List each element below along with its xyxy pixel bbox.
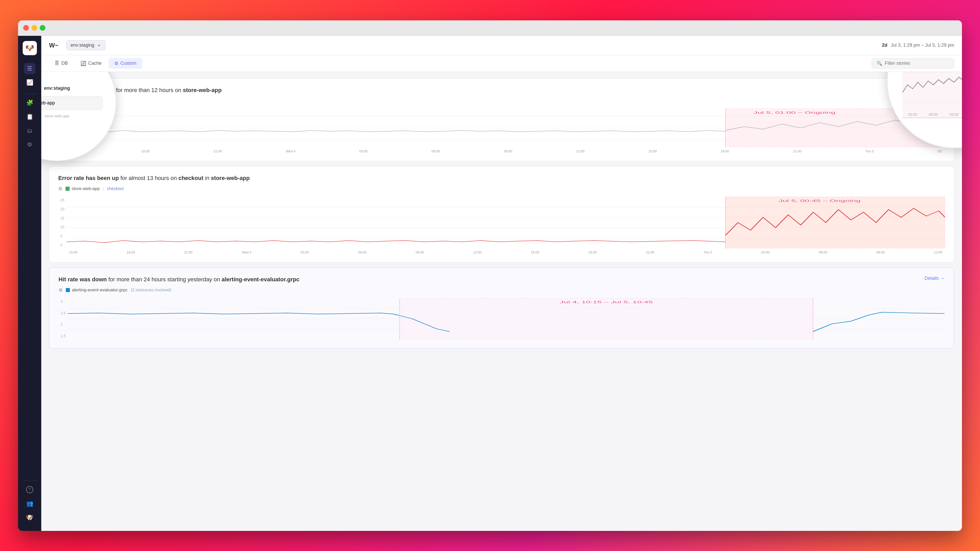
story-settings-icon-hitrate[interactable]: ⚙ — [59, 287, 63, 293]
chart-inner-error: Jul 5, 00:45 – Ongoing 15:00 18:00 21:00… — [67, 197, 945, 254]
chart-area-latency: 20 15 0 — [58, 108, 945, 153]
y-label-2.5: 2.5 — [60, 311, 65, 315]
svg-text:Jul 4, 10:15 – Jul 5, 10:45: Jul 4, 10:15 – Jul 5, 10:45 — [560, 300, 653, 304]
sidebar-item-settings[interactable]: ⚙ — [24, 139, 35, 150]
story-meta-hitrate: ⚙ alerting-event-evaluator.grpc (2 resou… — [59, 287, 945, 293]
y-label-2: 2 — [60, 322, 65, 326]
chart-icon: 📈 — [26, 79, 33, 86]
sidebar-item-puzzle[interactable]: 🧩 — [24, 97, 35, 108]
svg-text:06:00: 06:00 — [929, 113, 938, 116]
story-title-latency: Latency has been up for more than 12 hou… — [58, 86, 945, 94]
x-label: 21:00 — [793, 149, 802, 153]
svg-text:Jul 5, 00:45 – Ongoing: Jul 5, 00:45 – Ongoing — [778, 199, 860, 203]
x-label: 03:00 — [359, 149, 368, 153]
minimize-button[interactable] — [32, 25, 37, 31]
story-meta-latency: ⚙ store-web-app — [58, 98, 945, 103]
chart-inner-latency: Jul 5, 01:00 – Ongoing 15:00 18:00 21:00… — [67, 108, 945, 153]
sidebar-item-users[interactable]: 👥 — [24, 498, 35, 509]
zoom-title: env:staging — [44, 86, 70, 91]
db-icon: 🗄 — [55, 60, 59, 66]
story-card-latency: env:staging store-web-app store-web-app — [49, 78, 954, 161]
tab-db[interactable]: 🗄 DB — [49, 58, 73, 68]
details-link[interactable]: Details → — [924, 276, 945, 281]
chart-svg-error: Jul 5, 00:45 – Ongoing — [67, 197, 945, 248]
y-label-1.5: 1.5 — [60, 334, 65, 338]
time-duration: 2d — [882, 43, 888, 48]
maximize-button[interactable] — [40, 25, 45, 31]
chart-x-labels-error: 15:00 18:00 21:00 Wed 4 03:00 06:00 09:0… — [67, 250, 945, 254]
x-label-e13: 03:00 — [761, 250, 770, 254]
x-label-e1: 15:00 — [69, 250, 78, 254]
x-label-e9: 15:00 — [531, 250, 539, 254]
service-badge-hitrate: alerting-event-evaluator.grpc (2 resourc… — [66, 287, 171, 293]
app-logo[interactable]: 🐶 — [23, 41, 37, 55]
x-label: 09:00 — [504, 149, 512, 153]
sidebar-item-stories[interactable]: ☰ — [24, 63, 35, 74]
x-label: Thu 5 — [865, 149, 874, 153]
sidebar-divider-2 — [23, 481, 37, 481]
layers-icon: 🗂 — [27, 127, 32, 134]
story-service-name: store-web-app — [183, 87, 221, 93]
close-button[interactable] — [23, 25, 29, 31]
service-dot-error — [65, 187, 70, 191]
sidebar-item-help[interactable]: ? — [24, 484, 35, 495]
story-settings-icon-error[interactable]: ⚙ — [58, 186, 62, 192]
sidebar-item-list[interactable]: 📋 — [24, 111, 35, 122]
tab-cache-label: Cache — [88, 60, 102, 66]
nav-tabs: 🗄 DB 🔄 Cache ⚙ Custom 🔍 — [41, 55, 962, 72]
zoom-hint: store-web-app — [45, 114, 69, 118]
y-label-10: 10 — [60, 225, 64, 229]
chart-inner-hitrate: Jul 4, 10:15 – Jul 5, 10:45 — [68, 298, 945, 340]
y-axis-error: 25 20 15 10 5 0 — [58, 197, 67, 248]
time-range: 2d Jul 3, 1:29 pm – Jul 5, 1:29 pm — [882, 43, 954, 48]
time-range-label: Jul 3, 1:29 pm – Jul 5, 1:29 pm — [891, 43, 954, 48]
top-bar: W~ env:staging 2d Jul 3, 1:29 pm – Jul 5… — [41, 36, 962, 55]
y-label-15: 15 — [60, 216, 64, 220]
sidebar-item-chart[interactable]: 📈 — [24, 77, 35, 88]
chart-svg-latency: Jul 5, 01:00 – Ongoing — [67, 108, 945, 147]
sidebar-item-layers[interactable]: 🗂 — [24, 125, 35, 137]
x-label: 06:00 — [432, 149, 440, 153]
y-label-3: 3 — [60, 299, 65, 303]
x-label-e6: 06:00 — [358, 250, 366, 254]
x-label: 03: — [938, 149, 942, 153]
custom-icon: ⚙ — [114, 60, 118, 66]
service-label-hitrate: alerting-event-evaluator.grpc — [72, 287, 127, 293]
y-label-20: 20 — [60, 207, 64, 211]
story-title-normal: for more than 12 hours on — [116, 87, 183, 93]
logo-icon: 🐶 — [25, 44, 34, 52]
x-label-e5: 03:00 — [301, 250, 309, 254]
env-dropdown-label: env:staging — [71, 43, 94, 48]
tab-db-label: DB — [61, 60, 68, 66]
sidebar: 🐶 ☰ 📈 🧩 📋 🗂 ⚙ ? — [18, 36, 41, 531]
x-label-e15: 09:00 — [876, 250, 885, 254]
x-label-e16: 12:00 — [934, 250, 942, 254]
env-dropdown[interactable]: env:staging — [66, 40, 105, 50]
svg-text:Jul 5, 01:00 – Ongoing: Jul 5, 01:00 – Ongoing — [753, 111, 835, 114]
x-label: Wed 4 — [286, 149, 295, 153]
search-box: 🔍 — [872, 58, 954, 68]
tab-custom[interactable]: ⚙ Custom — [108, 58, 142, 69]
puzzle-icon: 🧩 — [26, 100, 33, 106]
story-card-error: Error rate has been up for almost 13 hou… — [49, 166, 954, 262]
search-input[interactable] — [885, 60, 949, 66]
story-title-error: Error rate has been up for almost 13 hou… — [58, 174, 945, 182]
span-badge-error: checkout — [107, 186, 124, 191]
traffic-lights — [23, 25, 45, 31]
x-label: 15:00 — [648, 149, 657, 153]
sidebar-item-account[interactable]: 🐶 — [24, 512, 35, 523]
help-icon: ? — [26, 486, 33, 493]
account-icon: 🐶 — [26, 514, 33, 521]
main-window: 🐶 ☰ 📈 🧩 📋 🗂 ⚙ ? — [18, 21, 962, 531]
svg-rect-25 — [400, 298, 813, 339]
chevron-down-icon — [97, 43, 101, 48]
zoom-dropdown-content: store-web-app — [41, 96, 103, 110]
story-meta-error: ⚙ store-web-app | checkout — [58, 186, 945, 192]
stories-icon: ☰ — [27, 65, 32, 72]
tab-cache[interactable]: 🔄 Cache — [75, 58, 107, 69]
svg-rect-0 — [902, 72, 962, 118]
chart-area-error: 25 20 15 10 5 0 — [58, 197, 945, 254]
list-icon: 📋 — [26, 113, 33, 120]
tab-custom-label: Custom — [121, 60, 137, 66]
story-title-bold-error: Error rate has been up — [58, 175, 119, 181]
